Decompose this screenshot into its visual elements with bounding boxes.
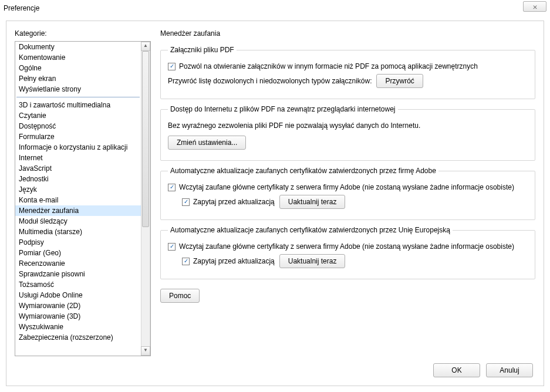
restore-button[interactable]: Przywróć xyxy=(376,74,423,88)
attachments-legend: Załączniki pliku PDF xyxy=(168,46,237,54)
adobe-load-checkbox[interactable]: ✓ Wczytaj zaufane główne certyfikaty z s… xyxy=(168,183,514,191)
check-icon: ✓ xyxy=(184,199,188,205)
category-item[interactable]: Pełny ekran xyxy=(15,73,141,84)
internet-legend: Dostęp do Internetu z plików PDF na zewn… xyxy=(168,105,398,113)
title-bar: Preferencje ⨉ xyxy=(0,0,550,16)
category-item[interactable]: Recenzowanie xyxy=(15,258,141,269)
checkbox-box: ✓ xyxy=(168,63,176,70)
internet-info: Bez wyraźnego zezwolenia pliki PDF nie p… xyxy=(168,121,528,130)
eu-load-checkbox[interactable]: ✓ Wczytaj zaufane główne certyfikaty z s… xyxy=(168,242,514,251)
change-settings-button[interactable]: Zmień ustawienia... xyxy=(168,136,246,150)
category-item[interactable]: Dostępność xyxy=(15,121,141,131)
internet-group: Dostęp do Internetu z plików PDF na zewn… xyxy=(160,105,535,161)
scroll-up-arrow[interactable]: ▲ xyxy=(141,42,150,51)
category-item[interactable]: JavaScript xyxy=(15,163,141,174)
checkbox-box: ✓ xyxy=(168,243,176,251)
allow-attachments-checkbox[interactable]: ✓ Pozwól na otwieranie załączników w inn… xyxy=(168,62,478,70)
adobe-load-label: Wczytaj zaufane główne certyfikaty z ser… xyxy=(179,183,514,191)
category-item[interactable]: Informacje o korzystaniu z aplikacji xyxy=(15,142,141,153)
window-title: Preferencje xyxy=(4,4,39,12)
category-item[interactable]: Jednostki xyxy=(15,174,141,184)
check-icon: ✓ xyxy=(184,258,188,264)
page-title: Menedżer zaufania xyxy=(160,29,535,38)
category-column: Kategorie: DokumentyKomentowanieOgólnePe… xyxy=(15,29,151,356)
checkbox-box: ✓ xyxy=(182,258,190,265)
eu-updates-group: Automatyczne aktualizacje zaufanych cert… xyxy=(160,226,535,279)
eu-update-button[interactable]: Uaktualnij teraz xyxy=(279,254,346,268)
category-item[interactable]: Wymiarowanie (3D) xyxy=(15,311,141,322)
scrollbar[interactable]: ▲ ▼ xyxy=(141,42,150,356)
category-item[interactable]: Usługi Adobe Online xyxy=(15,290,141,300)
eu-updates-legend: Automatyczne aktualizacje zaufanych cert… xyxy=(168,226,453,234)
category-item[interactable]: Tożsamość xyxy=(15,279,141,290)
checkbox-box: ✓ xyxy=(182,198,190,206)
category-item[interactable]: Internet xyxy=(15,153,141,163)
adobe-updates-legend: Automatyczne aktualizacje zaufanych cert… xyxy=(168,167,438,175)
category-item[interactable]: Ogólne xyxy=(15,63,141,73)
restore-text: Przywróć listę dozwolonych i niedozwolon… xyxy=(168,77,372,85)
settings-column: Menedżer zaufania Załączniki pliku PDF ✓… xyxy=(160,29,535,356)
scroll-track[interactable] xyxy=(141,51,150,346)
close-button[interactable]: ⨉ xyxy=(523,1,546,12)
scroll-down-arrow[interactable]: ▼ xyxy=(141,346,150,356)
category-item[interactable]: Dokumenty xyxy=(15,42,141,52)
checkbox-box: ✓ xyxy=(168,184,176,191)
close-icon: ⨉ xyxy=(533,2,537,11)
category-item[interactable]: Zabezpieczenia (rozszerzone) xyxy=(15,332,141,343)
category-item[interactable]: Formularze xyxy=(15,131,141,142)
category-item[interactable]: Czytanie xyxy=(15,110,141,121)
check-icon: ✓ xyxy=(170,244,174,249)
category-item[interactable]: Moduł śledzący xyxy=(15,216,141,227)
category-item[interactable]: Podpisy xyxy=(15,237,141,248)
eu-ask-checkbox[interactable]: ✓ Zapytaj przed aktualizacją xyxy=(182,257,275,265)
attachments-group: Załączniki pliku PDF ✓ Pozwól na otwiera… xyxy=(160,46,535,99)
help-button[interactable]: Pomoc xyxy=(160,289,200,303)
category-item[interactable]: Wymiarowanie (2D) xyxy=(15,300,141,311)
check-icon: ✓ xyxy=(170,63,174,69)
category-item[interactable]: Wyświetlanie strony xyxy=(15,84,141,94)
category-item[interactable]: Komentowanie xyxy=(15,52,141,63)
category-item[interactable]: 3D i zawartość multimedialna xyxy=(15,100,141,110)
dialog-panel: Kategorie: DokumentyKomentowanieOgólnePe… xyxy=(6,21,544,386)
allow-attachments-label: Pozwól na otwieranie załączników w innym… xyxy=(179,62,478,70)
dialog-buttons: OK Anuluj xyxy=(433,363,533,377)
category-item[interactable]: Język xyxy=(15,184,141,195)
adobe-updates-group: Automatyczne aktualizacje zaufanych cert… xyxy=(160,167,535,220)
adobe-update-button[interactable]: Uaktualnij teraz xyxy=(279,195,346,209)
eu-ask-label: Zapytaj przed aktualizacją xyxy=(193,257,275,265)
category-listbox[interactable]: DokumentyKomentowanieOgólnePełny ekranWy… xyxy=(15,41,151,356)
category-item[interactable]: Wyszukiwanie xyxy=(15,322,141,332)
ok-button[interactable]: OK xyxy=(433,363,480,377)
category-item[interactable]: Sprawdzanie pisowni xyxy=(15,269,141,279)
category-divider xyxy=(16,97,140,97)
category-label: Kategorie: xyxy=(15,29,151,38)
adobe-ask-checkbox[interactable]: ✓ Zapytaj przed aktualizacją xyxy=(182,198,275,206)
scroll-thumb[interactable] xyxy=(142,51,149,227)
eu-load-label: Wczytaj zaufane główne certyfikaty z ser… xyxy=(179,242,514,251)
category-item[interactable]: Multimedia (starsze) xyxy=(15,227,141,237)
adobe-ask-label: Zapytaj przed aktualizacją xyxy=(193,198,275,206)
check-icon: ✓ xyxy=(170,184,174,190)
category-item[interactable]: Konta e-mail xyxy=(15,195,141,205)
cancel-button[interactable]: Anuluj xyxy=(486,363,533,377)
category-item[interactable]: Menedżer zaufania xyxy=(15,205,141,216)
category-item[interactable]: Pomiar (Geo) xyxy=(15,248,141,258)
